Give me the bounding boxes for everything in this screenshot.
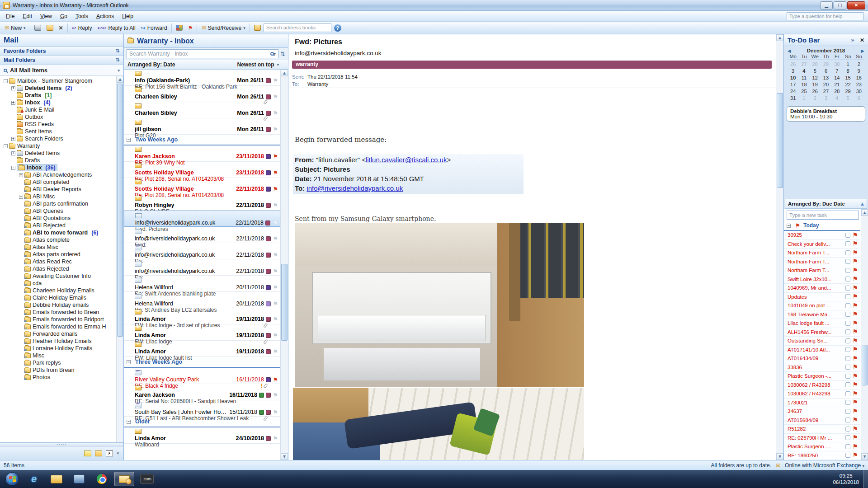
task-checkbox[interactable] xyxy=(845,294,850,299)
folder-tree-item[interactable]: +ABI Misc xyxy=(0,193,123,200)
task-checkbox[interactable] xyxy=(845,382,850,387)
flag-icon[interactable]: ⚑ xyxy=(852,268,858,273)
task-checkbox[interactable] xyxy=(845,453,850,458)
tasks-arrange-header[interactable]: Arranged By: Due Date▲ xyxy=(785,199,867,209)
flag-icon[interactable]: ⚑ xyxy=(852,250,858,255)
folder-tree-item[interactable]: +Atlas complete xyxy=(0,236,123,244)
category-icon[interactable] xyxy=(266,285,271,290)
folder-tree-item[interactable]: +Claire Holiday Emails xyxy=(0,294,123,301)
scrollbar-thumb[interactable] xyxy=(862,345,868,385)
folder-tree-item[interactable]: +ABI Queries xyxy=(0,207,123,215)
notes-icon[interactable] xyxy=(84,450,91,456)
task-checkbox[interactable] xyxy=(845,303,850,308)
folder-tree-item[interactable]: +ABI parts confirmation xyxy=(0,200,123,207)
task-row[interactable]: Plastic Surgeon -...⚑ xyxy=(784,372,860,381)
close-button[interactable]: ✕ xyxy=(847,1,865,9)
flag-icon[interactable]: ⚑ xyxy=(852,356,858,361)
folder-tree-item[interactable]: +Debbie Holiday emails xyxy=(0,301,123,309)
folder-tree-item[interactable]: +Drafts xyxy=(0,157,123,164)
calendar-day[interactable]: 4 xyxy=(798,68,809,75)
folder-tree-item[interactable]: +ABI Rejected xyxy=(0,222,123,229)
folder-tree-item[interactable]: +cda xyxy=(0,280,123,287)
start-button[interactable] xyxy=(5,472,19,486)
calendar-day[interactable]: 6 xyxy=(821,68,831,75)
calendar-day[interactable]: 2 xyxy=(854,61,864,68)
folder-tree-item[interactable]: +Deleted Items(2) xyxy=(0,84,123,92)
folder-tree-item[interactable]: +Forwarded emails xyxy=(0,330,123,338)
expander-icon[interactable]: + xyxy=(11,101,15,105)
address-book-button[interactable] xyxy=(251,23,264,32)
message-list-scrollbar[interactable]: ▲ ▼ xyxy=(280,70,288,460)
message-row[interactable]: info@riversideholidaypark.co.uk22/11/201… xyxy=(124,259,280,276)
task-row[interactable]: Outstanding Sn...⚑ xyxy=(784,337,860,346)
calendar-day[interactable]: 18 xyxy=(798,81,809,88)
folder-tree-item[interactable]: +Awaiting Customer Info xyxy=(0,272,123,280)
folder-tree-item[interactable]: +Emails forwarded to Emma H xyxy=(0,323,123,330)
flag-icon[interactable]: ⚑ xyxy=(852,303,858,308)
flag-icon[interactable]: ⚑ xyxy=(852,400,858,405)
menu-item-help[interactable]: Help xyxy=(118,12,137,21)
folder-tree-item[interactable]: +Charleen Holiday Emails xyxy=(0,287,123,294)
flag-icon[interactable]: ⚑ xyxy=(273,94,278,99)
task-row[interactable]: RE: 1860250⚑ xyxy=(784,451,860,460)
category-icon[interactable] xyxy=(266,111,271,116)
maximize-button[interactable]: ▢ xyxy=(834,1,846,9)
category-icon[interactable] xyxy=(266,154,271,159)
collapse-icon[interactable]: − xyxy=(127,360,131,364)
flag-icon[interactable]: ⚑ xyxy=(273,349,278,354)
scroll-up-icon[interactable]: ▲ xyxy=(861,209,868,216)
flag-icon[interactable]: ⚑ xyxy=(852,241,858,246)
calendar-day[interactable]: 30 xyxy=(854,88,864,95)
scroll-down-icon[interactable]: ▼ xyxy=(861,453,868,460)
calendar-day[interactable]: 23 xyxy=(854,81,864,88)
message-row[interactable]: Charleen SibleyMon 26/11⚑ xyxy=(124,102,280,118)
category-icon[interactable] xyxy=(266,333,271,338)
folder-tree-item[interactable]: -Warranty xyxy=(0,142,123,150)
message-row[interactable]: jill gibsonMon 26/11⚑Plot G20 xyxy=(124,118,280,135)
folder-tree-item[interactable]: +Outbox xyxy=(0,113,123,121)
categorize-button[interactable] xyxy=(173,23,185,32)
folder-tree-scrollbar[interactable]: ▲ xyxy=(116,76,123,442)
calendar-day[interactable]: 3 xyxy=(821,95,831,102)
new-button[interactable]: ✉ New▾ xyxy=(2,23,28,33)
scroll-down-icon[interactable]: ▼ xyxy=(776,453,783,460)
task-checkbox[interactable] xyxy=(845,259,850,264)
category-icon[interactable] xyxy=(266,349,271,354)
calendar-day[interactable]: 6 xyxy=(854,95,864,102)
calendar-day[interactable]: 27 xyxy=(798,61,809,68)
calendar-day[interactable]: 10 xyxy=(788,75,798,81)
message-row[interactable]: Info (Oaklands-Park)Mon 26/11⚑RE: Plot 1… xyxy=(124,70,280,86)
task-checkbox[interactable] xyxy=(845,286,850,291)
folder-tree-item[interactable]: +Lorraine Holiday Emails xyxy=(0,345,123,352)
message-row[interactable]: River Valley Country Park16/11/2018⚑RE: … xyxy=(124,368,280,384)
print-button[interactable] xyxy=(32,23,44,32)
scrollbar-thumb[interactable] xyxy=(281,264,288,341)
task-checkbox[interactable] xyxy=(845,435,850,440)
folder-tree-item[interactable]: +ABI to move forward(6) xyxy=(0,229,123,236)
calendar-day[interactable]: 19 xyxy=(810,81,821,88)
message-row[interactable]: Charleen SibleyMon 26/11⚑ xyxy=(124,86,280,102)
expander-icon[interactable]: + xyxy=(19,195,23,199)
task-row[interactable]: 1730021⚑ xyxy=(784,399,860,408)
calendar-day[interactable]: 3 xyxy=(788,68,798,75)
nav-splitter-handle[interactable]: ••••• xyxy=(0,442,123,446)
task-row[interactable]: Northam Farm T...⚑ xyxy=(784,249,860,258)
calendar-day[interactable]: 25 xyxy=(798,88,809,95)
delete-button[interactable]: ✕ xyxy=(56,23,66,33)
task-checkbox[interactable] xyxy=(845,374,850,379)
calendar-day[interactable]: 26 xyxy=(810,88,821,95)
flag-icon[interactable]: ⚑ xyxy=(273,377,278,382)
task-row[interactable]: AT016434/09⚑ xyxy=(784,354,860,363)
flag-icon[interactable]: ⚑ xyxy=(852,365,858,370)
task-row[interactable]: 168 Trelawne Ma...⚑ xyxy=(784,310,860,319)
folder-tree-item[interactable]: +Emails forwarded to Brean xyxy=(0,309,123,316)
calendar-day[interactable]: 27 xyxy=(821,88,831,95)
new-task-input[interactable]: Type a new task xyxy=(787,211,859,220)
folder-tree-item[interactable]: +ABI Dealer Reports xyxy=(0,186,123,193)
calendar-day[interactable]: 28 xyxy=(831,88,842,95)
send-receive-button[interactable]: ✉ Send/Receive▾ xyxy=(198,23,248,33)
folder-tree-item[interactable]: +Atlas Misc xyxy=(0,244,123,251)
folder-tree-item[interactable]: -Mailbox - Summer Stangroom xyxy=(0,77,123,84)
message-row[interactable]: Helena Willford20/11/2018⚑Re: St Andries… xyxy=(124,292,280,308)
flag-icon[interactable]: ⚑ xyxy=(273,269,278,274)
